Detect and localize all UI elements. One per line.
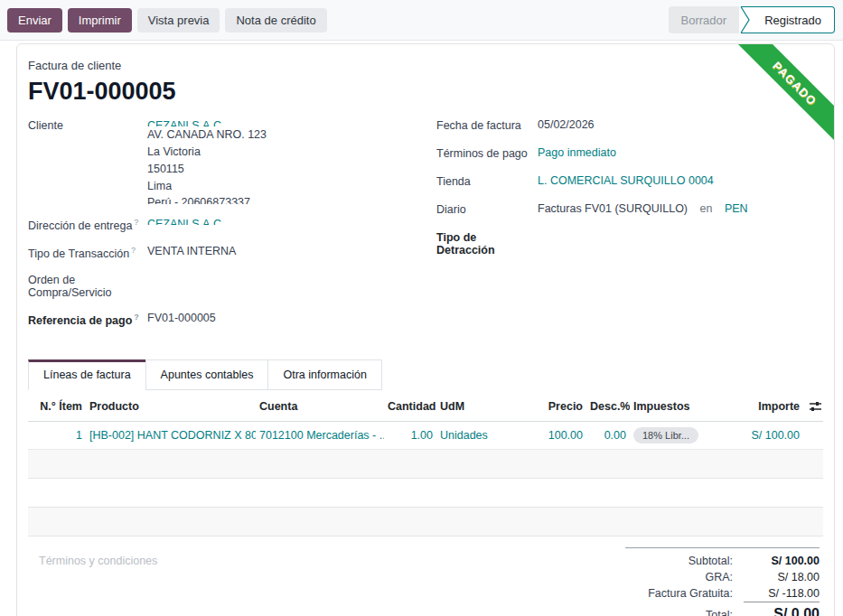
status-step-draft[interactable]: Borrador <box>669 6 740 33</box>
diario-label: Diario <box>436 202 538 216</box>
print-button[interactable]: Imprimir <box>68 8 132 33</box>
total-row-subtotal: Subtotal: S/ 100.00 <box>625 553 820 569</box>
terminos-pago-link[interactable]: Pago inmediato <box>538 146 616 159</box>
col-header-desc: Desc.% <box>586 392 630 421</box>
field-diario: Diario Facturas FV01 (SURQUILLO) en PEN <box>436 202 823 216</box>
invoice-number: FV01-000005 <box>28 78 823 106</box>
cliente-address-line: Lima <box>147 178 436 195</box>
line-cuenta[interactable]: 7012100 Mercaderías - ... <box>256 422 384 449</box>
tienda-label: Tienda <box>436 174 538 188</box>
col-header-producto: Producto <box>86 392 256 421</box>
field-tienda: Tienda L. COMERCIAL SURQUILLO 0004 <box>436 174 823 188</box>
tax-tag[interactable]: 18% Libr... <box>633 427 698 443</box>
optional-columns-icon[interactable] <box>803 400 826 413</box>
help-icon: ? <box>134 313 139 322</box>
line-desc[interactable]: 0.00 <box>586 422 630 449</box>
empty-row <box>28 450 823 479</box>
field-referencia-pago: Referencia de pago? FV01-000005 <box>28 312 436 327</box>
col-header-cuenta: Cuenta <box>256 392 384 421</box>
invoice-footer: Términos y condiciones Subtotal: S/ 100.… <box>28 547 823 616</box>
line-item-number[interactable]: 1 <box>28 422 86 449</box>
totals-block: Subtotal: S/ 100.00 GRA: S/ 18.00 Factur… <box>625 547 820 616</box>
currency-link[interactable]: PEN <box>725 202 748 215</box>
tipo-transaccion-value: VENTA INTERNA <box>147 245 436 257</box>
subtotal-value: S/ 100.00 <box>744 555 820 567</box>
line-precio[interactable]: 100.00 <box>536 422 586 449</box>
terminos-pago-label: Términos de pago <box>436 146 538 160</box>
invoice-form-sheet: PAGADO Factura de cliente FV01-000005 Cl… <box>16 43 835 616</box>
col-header-impuestos: Impuestos <box>630 392 726 421</box>
field-direccion-entrega: Dirección de entrega? CEZANI S.A.C <box>28 217 436 232</box>
cliente-label: Cliente <box>28 118 147 132</box>
terms-placeholder[interactable]: Términos y condiciones <box>28 547 157 616</box>
empty-row <box>28 508 823 537</box>
help-icon: ? <box>131 246 136 255</box>
fecha-factura-label: Fecha de factura <box>436 118 538 132</box>
fecha-factura-value: 05/02/2026 <box>538 118 823 131</box>
tab-lineas-factura[interactable]: Líneas de factura <box>28 359 145 390</box>
tab-otra-informacion[interactable]: Otra información <box>267 359 381 390</box>
cliente-link[interactable]: CEZANI S.A.C <box>147 118 436 126</box>
total-row-gra: GRA: S/ 18.00 <box>625 569 820 585</box>
statusbar: Borrador Registrado <box>669 6 835 33</box>
empty-row <box>28 479 823 508</box>
field-terminos-pago: Términos de pago Pago inmediato <box>436 146 823 160</box>
col-header-precio: Precio <box>536 392 586 421</box>
referencia-pago-label: Referencia de pago? <box>28 312 147 327</box>
status-step-posted[interactable]: Registrado <box>752 6 835 33</box>
tipo-detraccion-label: Tipo de Detracción <box>436 230 538 257</box>
col-header-cantidad: Cantidad <box>384 392 436 421</box>
help-icon: ? <box>134 218 138 227</box>
cliente-address-line: AV. CANADA NRO. 123 <box>147 126 436 144</box>
fields-right-column: Fecha de factura 05/02/2026 Términos de … <box>436 118 823 340</box>
col-header-item: N.° Ítem <box>28 392 86 421</box>
fields-area: Cliente CEZANI S.A.C AV. CANADA NRO. 123… <box>28 118 823 340</box>
total-value: S/ 0.00 <box>744 606 820 616</box>
cliente-country-line: Perú - 20606873337 <box>147 195 436 204</box>
toolbar: Enviar Imprimir Vista previa Nota de cré… <box>0 0 843 41</box>
direccion-entrega-label: Dirección de entrega? <box>28 217 147 232</box>
line-impuestos[interactable]: 18% Libr... <box>630 422 726 449</box>
field-fecha-factura: Fecha de factura 05/02/2026 <box>436 118 823 132</box>
total-row-factura-gratuita: Factura Gratuita: S/ -118.00 <box>625 585 820 604</box>
send-button[interactable]: Enviar <box>7 8 62 33</box>
field-tipo-detraccion: Tipo de Detracción <box>436 230 823 257</box>
credit-note-button[interactable]: Nota de crédito <box>225 8 326 33</box>
cliente-address-line: 150115 <box>147 161 436 178</box>
tienda-link[interactable]: L. COMERCIAL SURQUILLO 0004 <box>538 174 714 187</box>
line-importe: S/ 100.00 <box>726 422 803 449</box>
preview-button[interactable]: Vista previa <box>137 8 220 33</box>
invoice-line-row[interactable]: 1 [HB-002] HANT CODORNIZ X 800GR. 701210… <box>28 422 823 450</box>
tab-apuntes-contables[interactable]: Apuntes contables <box>145 359 268 390</box>
gra-value: S/ 18.00 <box>744 571 820 583</box>
table-header-row: N.° Ítem Producto Cuenta Cantidad UdM Pr… <box>28 392 823 422</box>
factura-gratuita-value: S/ -118.00 <box>744 587 820 602</box>
diario-value: Facturas FV01 (SURQUILLO) <box>538 202 688 215</box>
status-arrow-icon <box>739 6 752 33</box>
line-udm[interactable]: Unidades <box>436 422 536 449</box>
notebook-tabs: Líneas de factura Apuntes contables Otra… <box>28 359 823 390</box>
line-producto[interactable]: [HB-002] HANT CODORNIZ X 800GR. <box>86 422 256 449</box>
referencia-pago-value: FV01-000005 <box>147 312 436 324</box>
line-cantidad[interactable]: 1.00 <box>384 422 436 449</box>
cliente-address-line: La Victoria <box>147 144 436 161</box>
orden-compra-label: Orden de Compra/Servicio <box>28 273 147 299</box>
document-type-label: Factura de cliente <box>28 59 823 72</box>
total-row-total: Total: S/ 0.00 <box>625 604 820 616</box>
invoice-lines-table: N.° Ítem Producto Cuenta Cantidad UdM Pr… <box>28 392 823 537</box>
diario-conjunction: en <box>700 202 713 215</box>
col-header-udm: UdM <box>436 392 536 421</box>
tipo-transaccion-label: Tipo de Transacción? <box>28 245 147 260</box>
field-orden-compra: Orden de Compra/Servicio <box>28 273 436 299</box>
direccion-entrega-link[interactable]: CEZANI S.A.C <box>147 217 436 225</box>
field-cliente: Cliente CEZANI S.A.C AV. CANADA NRO. 123… <box>28 118 436 204</box>
col-header-importe: Importe <box>726 392 803 421</box>
field-tipo-transaccion: Tipo de Transacción? VENTA INTERNA <box>28 245 436 260</box>
fields-left-column: Cliente CEZANI S.A.C AV. CANADA NRO. 123… <box>28 118 436 340</box>
